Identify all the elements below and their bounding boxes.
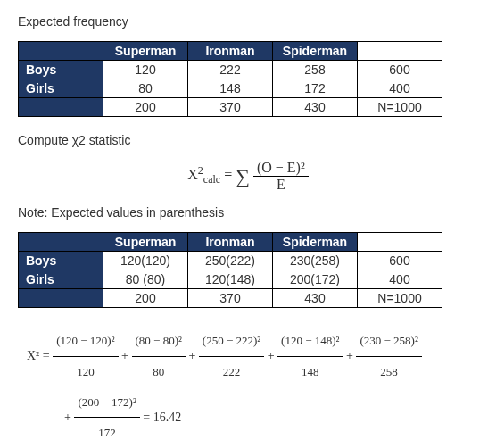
cell: 120(120) bbox=[103, 252, 188, 270]
calc-term: (80 − 80)²80 bbox=[132, 326, 186, 387]
calc-term: (200 − 172)²172 bbox=[74, 387, 139, 448]
calc-term: (230 − 258)²258 bbox=[356, 326, 421, 387]
row-boys: Boys bbox=[19, 61, 103, 79]
row-total-label bbox=[19, 98, 103, 117]
observed-expected-table: Superman Ironman Spiderman Boys 120(120)… bbox=[18, 232, 442, 308]
expected-frequency-heading: Expected frequency bbox=[18, 14, 478, 29]
col-total: 430 bbox=[273, 289, 358, 308]
col-total: 370 bbox=[188, 98, 273, 117]
expected-frequency-table: Superman Ironman Spiderman Boys 120 222 … bbox=[18, 41, 442, 117]
formula-lhs: X2calc bbox=[187, 167, 220, 182]
cell: 200(172) bbox=[273, 270, 358, 289]
col-total: 430 bbox=[273, 98, 358, 117]
cell: 148 bbox=[188, 79, 273, 98]
col-ironman: Ironman bbox=[188, 42, 273, 61]
grand-total: N=1000 bbox=[358, 98, 442, 117]
chi-square-calculation: X² = (120 − 120)²120 + (80 − 80)²80 + (2… bbox=[18, 326, 478, 448]
cell: 258 bbox=[273, 61, 358, 79]
sigma-symbol: ∑ bbox=[236, 165, 250, 187]
cell: 120 bbox=[103, 61, 188, 79]
table-corner bbox=[19, 42, 103, 61]
row-total: 400 bbox=[358, 270, 442, 289]
formula-fraction: (O − E)² E bbox=[253, 160, 309, 193]
cell: 222 bbox=[188, 61, 273, 79]
calc-term: (120 − 148)²148 bbox=[277, 326, 343, 387]
calc-lhs: X² = bbox=[27, 349, 53, 362]
col-total: 200 bbox=[103, 289, 188, 308]
col-total: 200 bbox=[103, 98, 188, 117]
row-girls: Girls bbox=[19, 79, 103, 98]
row-total-label bbox=[19, 289, 103, 308]
col-spiderman: Spiderman bbox=[273, 233, 358, 252]
col-superman: Superman bbox=[103, 233, 188, 252]
calc-term: (120 − 120)²120 bbox=[53, 326, 118, 387]
col-ironman: Ironman bbox=[188, 233, 273, 252]
chi-square-formula: X2calc = ∑ (O − E)² E bbox=[18, 160, 478, 193]
col-total: 370 bbox=[188, 289, 273, 308]
cell: 250(222) bbox=[188, 252, 273, 270]
calc-term: (250 − 222)²222 bbox=[199, 326, 264, 387]
row-total: 600 bbox=[358, 61, 442, 79]
cell: 120(148) bbox=[188, 270, 273, 289]
grand-total: N=1000 bbox=[358, 289, 442, 308]
row-boys: Boys bbox=[19, 252, 103, 270]
note-heading: Note: Expected values in parenthesis bbox=[18, 205, 478, 220]
calc-result: = 16.42 bbox=[143, 410, 181, 423]
cell: 230(258) bbox=[273, 252, 358, 270]
row-total: 400 bbox=[358, 79, 442, 98]
compute-heading: Compute χ2 statistic bbox=[18, 133, 478, 147]
cell: 172 bbox=[273, 79, 358, 98]
cell: 80 (80) bbox=[103, 270, 188, 289]
col-total-blank bbox=[358, 42, 442, 61]
row-total: 600 bbox=[358, 252, 442, 270]
row-girls: Girls bbox=[19, 270, 103, 289]
col-superman: Superman bbox=[103, 42, 188, 61]
table-corner bbox=[19, 233, 103, 252]
cell: 80 bbox=[103, 79, 188, 98]
col-spiderman: Spiderman bbox=[273, 42, 358, 61]
col-total-blank bbox=[358, 233, 442, 252]
